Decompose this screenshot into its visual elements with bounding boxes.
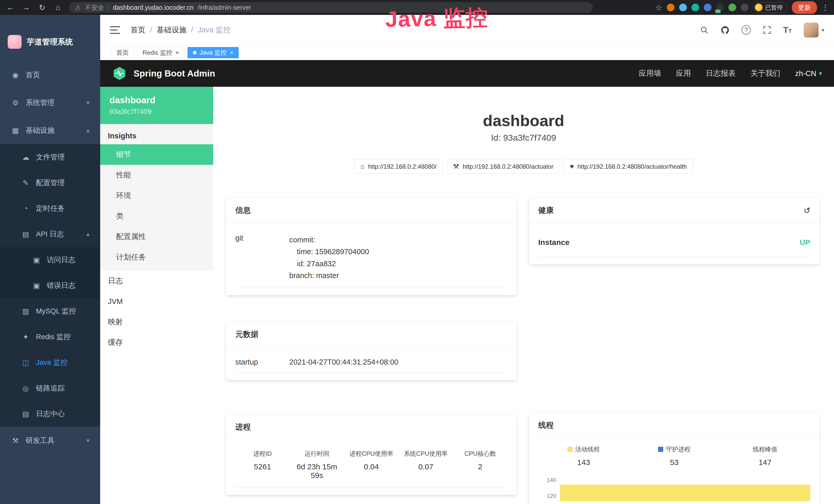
extension-blue-icon[interactable] [704, 4, 711, 11]
sidebar-item-label: 文件管理 [36, 152, 89, 162]
sidebar-item-label: 错误日志 [47, 281, 89, 290]
sba-item-configprops[interactable]: 配置属性 [100, 226, 213, 247]
sidebar-item-redis[interactable]: ✦ Redis 监控 [0, 324, 100, 350]
info-card: 信息 git commit: time: 1596289704000 id: 2 [226, 198, 517, 295]
breadcrumb-home[interactable]: 首页 [130, 25, 146, 35]
process-col-syscpu: 系统CPU使用率 0.07 [399, 450, 453, 480]
history-icon[interactable]: ↺ [804, 206, 810, 215]
infrastructure-icon: ▦ [11, 126, 20, 135]
browser-actions: ☆ on 已暂停 更新 ⋮ [655, 1, 829, 14]
instance-header[interactable]: dashboard 93a3fc7f7409 [100, 87, 213, 124]
breadcrumb-infra[interactable]: 基础设施 [157, 25, 186, 35]
fullscreen-icon[interactable] [763, 26, 771, 35]
sba-nav-about[interactable]: 关于我们 [750, 68, 780, 78]
health-url-button[interactable]: ♥ http://192.168.0.2:48080/actuator/heal… [564, 159, 693, 174]
sidebar-item-trace[interactable]: ◎ 链路追踪 [0, 375, 100, 401]
sidebar-item-error-log[interactable]: ▣ 错误日志 [0, 273, 100, 298]
sba-item-jvm[interactable]: JVM [100, 291, 213, 312]
tab-redis[interactable]: Redis 监控 × [137, 47, 184, 58]
sidebar-item-config[interactable]: ✎ 配置管理 [0, 170, 100, 196]
git-commit-line: commit: [289, 234, 369, 246]
close-icon[interactable]: × [175, 49, 179, 56]
sba-item-metrics[interactable]: 性能 [100, 165, 213, 185]
sidebar-item-system[interactable]: ⚙ 系统管理 ▾ [0, 89, 100, 117]
health-instance-row: Instance UP [539, 230, 811, 257]
app-logo[interactable]: 芋道管理系统 [0, 15, 100, 56]
legend-peak-value: 147 [720, 458, 810, 467]
address-bar[interactable]: ⚠ 不安全 dashboard.yudao.iocoder.cn/infra/a… [69, 2, 593, 13]
threads-legend: 活动线程 143 守护进程 [539, 445, 811, 467]
sidebar-item-log-center[interactable]: ▤ 日志中心 [0, 401, 100, 427]
spring-boot-admin: Spring Boot Admin 应用墙 应用 日志报表 关于我们 zh-CN… [100, 60, 834, 504]
sidebar-item-job[interactable]: ◔ 定时任务 [0, 196, 100, 221]
sidebar-item-access-log[interactable]: ▣ 访问日志 [0, 247, 100, 273]
metadata-key: startup [235, 358, 289, 366]
github-icon[interactable] [721, 25, 730, 35]
sidebar-item-devtools[interactable]: ⚒ 研发工具 ▾ [0, 427, 100, 455]
process-col-label: 系统CPU使用率 [399, 450, 453, 458]
page-stage: 芋道管理系统 ◉ 首页 ⚙ 系统管理 ▾ ▦ 基础设施 ▴ ☁ 文件管理 [0, 15, 834, 504]
reload-icon[interactable]: ↻ [37, 3, 47, 12]
home-icon[interactable]: ⌂ [53, 3, 63, 12]
threads-card-title: 线程 [539, 420, 554, 431]
sidebar-item-infra[interactable]: ▦ 基础设施 ▴ [0, 117, 100, 144]
info-git-row: git commit: time: 1596289704000 id: 27aa… [235, 230, 507, 288]
sba-sidebar: dashboard 93a3fc7f7409 Insights 细节 性能 环境… [100, 87, 213, 504]
sba-item-caches[interactable]: 缓存 [100, 332, 213, 353]
profile-paused-badge[interactable]: 已暂停 [753, 2, 787, 13]
process-col-label: 进程ID [235, 450, 290, 458]
help-icon[interactable]: ? [742, 25, 751, 35]
tab-home[interactable]: 首页 [111, 47, 134, 58]
sba-item-classes[interactable]: 类 [100, 206, 213, 226]
close-icon[interactable]: × [229, 49, 233, 56]
app-logo-icon [8, 35, 22, 49]
breadcrumb-current: Java 监控 [198, 25, 231, 35]
extension-proxy-icon[interactable]: on [716, 4, 724, 11]
process-col-value: 5261 [235, 462, 290, 471]
address-divider [108, 5, 109, 10]
extension-green-icon[interactable] [728, 4, 736, 11]
back-icon[interactable]: ← [5, 3, 16, 12]
avatar [804, 23, 818, 38]
sba-item-mappings[interactable]: 映射 [100, 312, 213, 332]
extension-lightblue-icon[interactable] [679, 4, 687, 11]
locale-select[interactable]: zh-CN ▾ [795, 69, 822, 78]
sidebar-item-mysql[interactable]: ▥ MySQL 监控 [0, 298, 100, 324]
eye-icon: ◎ [21, 384, 30, 393]
hamburger-icon[interactable] [110, 26, 120, 34]
sba-nav-journal[interactable]: 日志报表 [706, 68, 736, 78]
actuator-url-button[interactable]: ⚒ http://192.168.0.2:48080/actuator [447, 159, 560, 174]
sba-item-details[interactable]: 细节 [100, 144, 213, 165]
browser-menu-icon[interactable]: ⋮ [822, 3, 829, 12]
sidebar-item-file[interactable]: ☁ 文件管理 [0, 144, 100, 170]
security-warning-icon[interactable]: ⚠ [75, 4, 81, 11]
sba-nav-wallboard[interactable]: 应用墙 [639, 68, 661, 78]
service-url-label: http://192.168.0.2:48080/ [368, 163, 437, 170]
font-size-icon[interactable]: TT [783, 25, 792, 35]
legend-daemon-label: 守护进程 [666, 445, 690, 453]
sidebar-item-home[interactable]: ◉ 首页 [0, 61, 100, 89]
process-card: 进程 进程ID 5261 运行时间 [226, 415, 517, 495]
user-menu[interactable]: ▾ [804, 23, 824, 38]
redis-icon: ✦ [21, 333, 30, 341]
sba-nav-applications[interactable]: 应用 [676, 68, 691, 78]
sidebar-item-java[interactable]: ◫ Java 监控 [0, 350, 100, 375]
chrome-update-button[interactable]: 更新 [792, 1, 817, 14]
sidebar-item-api-log[interactable]: ▤ API 日志 ▴ [0, 221, 100, 247]
sba-header: Spring Boot Admin 应用墙 应用 日志报表 关于我们 zh-CN… [100, 60, 834, 87]
forward-icon[interactable]: → [21, 3, 31, 12]
sba-item-environment[interactable]: 环境 [100, 185, 213, 206]
extension-teal-icon[interactable] [692, 4, 699, 11]
locale-value: zh-CN [795, 69, 816, 78]
extension-dark-icon[interactable] [741, 4, 748, 11]
legend-daemon-swatch [658, 447, 663, 452]
extension-orange-icon[interactable] [667, 4, 675, 11]
search-icon[interactable] [700, 26, 709, 35]
tab-java[interactable]: Java 监控 × [188, 47, 239, 58]
sba-item-logging[interactable]: 日志 [100, 271, 213, 291]
service-url-button[interactable]: ⌂ http://192.168.0.2:48080/ [354, 159, 443, 174]
bookmark-star-icon[interactable]: ☆ [655, 3, 662, 12]
sba-item-scheduledtasks[interactable]: 计划任务 [100, 247, 213, 268]
chevron-down-icon: ▾ [822, 27, 824, 33]
spring-boot-admin-logo-icon[interactable] [112, 66, 127, 81]
